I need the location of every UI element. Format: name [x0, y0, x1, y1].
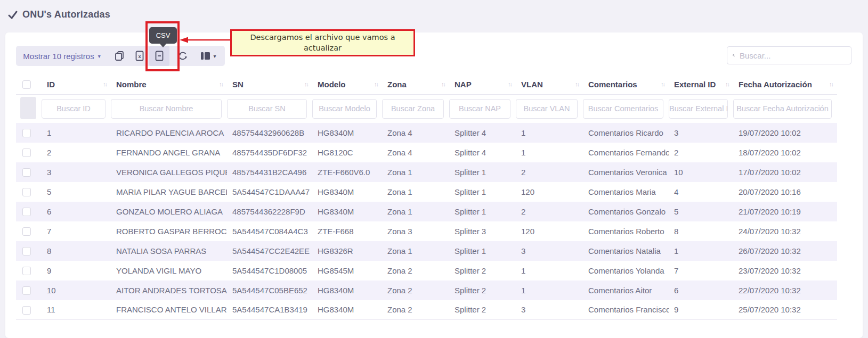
filter-checkbox-cell	[16, 94, 42, 123]
cell-id: 3	[42, 162, 111, 182]
chevron-down-icon: ▾	[213, 53, 216, 59]
column-label: Zona	[387, 80, 407, 89]
column-header-modelo[interactable]: Modelo↑↓	[312, 75, 382, 94]
row-checkbox[interactable]	[22, 188, 31, 196]
filter-input-modelo[interactable]	[312, 99, 377, 119]
row-checkbox[interactable]	[22, 168, 31, 177]
cell-fecha_autorizacion: 21/07/2020 10:19	[733, 202, 837, 221]
search-icon	[733, 51, 735, 60]
cell-zona: Zona 1	[382, 182, 449, 202]
table-row: 7ROBERTO GASPAR BERROCAL5A544547C084A4C3…	[16, 221, 837, 241]
annotation-text: Descargamos el archivo que vamos a actua…	[239, 32, 406, 53]
cell-sn: 485754432960628B	[227, 123, 312, 143]
sort-icon[interactable]: ↑↓	[725, 81, 730, 87]
column-header-sn[interactable]: SN↑↓	[227, 75, 312, 94]
column-header-fecha_autorizacion[interactable]: Fecha Autorización↑↓	[733, 75, 837, 94]
sort-icon[interactable]: ↑↓	[441, 81, 446, 87]
cell-external_id: 2	[669, 143, 733, 162]
row-select-cell	[16, 162, 42, 182]
sort-icon[interactable]: ↑↓	[374, 81, 379, 87]
row-checkbox[interactable]	[22, 286, 31, 295]
cell-vlan: 3	[516, 241, 583, 261]
column-header-zona[interactable]: Zona↑↓	[382, 75, 449, 94]
cell-fecha_autorizacion: 22/07/2020 10:32	[733, 281, 837, 300]
filter-input-fecha_autorizacion[interactable]	[733, 99, 832, 119]
filter-input-zona[interactable]	[382, 99, 444, 119]
copy-button[interactable]	[111, 46, 128, 66]
refresh-icon	[177, 51, 188, 61]
cell-id: 8	[42, 241, 111, 261]
cell-modelo: HG8340M	[312, 281, 382, 300]
cell-fecha_autorizacion: 24/07/2020 10:32	[733, 221, 837, 241]
cell-fecha_autorizacion: 25/07/2020 10:32	[733, 300, 837, 320]
cell-id: 7	[42, 221, 111, 241]
column-header-external_id[interactable]: External ID↑↓	[669, 75, 733, 94]
csv-tooltip: CSV	[149, 27, 177, 44]
column-label: Nombre	[116, 80, 147, 89]
table-header-row: ID↑↓Nombre↑↓SN↑↓Modelo↑↓Zona↑↓NAP↑↓VLAN↑…	[16, 75, 837, 94]
filter-input-sn[interactable]	[227, 99, 307, 119]
row-checkbox[interactable]	[22, 149, 31, 157]
row-checkbox[interactable]	[22, 247, 31, 255]
select-all-checkbox[interactable]	[22, 80, 31, 89]
export-csv-button[interactable]	[149, 46, 169, 66]
cell-modelo: HG8340M	[312, 300, 382, 320]
cell-sn: 485754435DF6DF32	[227, 143, 312, 162]
sort-icon[interactable]: ↑↓	[661, 81, 666, 87]
tooltip-pointer	[159, 43, 167, 47]
sort-icon[interactable]: ↑↓	[575, 81, 580, 87]
cell-external_id: 6	[669, 281, 733, 300]
cell-external_id: 8	[669, 221, 733, 241]
sort-icon[interactable]: ↑↓	[508, 81, 513, 87]
column-header-id[interactable]: ID↑↓	[42, 75, 111, 94]
row-checkbox[interactable]	[22, 227, 31, 236]
sort-icon[interactable]: ↑↓	[829, 81, 834, 87]
cell-nap: Splitter 2	[449, 300, 516, 320]
cell-nombre: MARIA PILAR YAGUE BARCELO	[111, 182, 227, 202]
cell-comentarios: Comentarios Francisco	[583, 300, 669, 320]
cell-nombre: RICARDO PALENCIA AROCA	[111, 123, 227, 143]
cell-vlan: 2	[516, 162, 583, 182]
column-header-vlan[interactable]: VLAN↑↓	[516, 75, 583, 94]
filter-cell-sn	[227, 94, 312, 123]
column-label: ID	[47, 80, 55, 89]
filter-input-external_id[interactable]	[669, 99, 728, 119]
filter-input-nombre[interactable]	[111, 99, 222, 119]
filter-cell-id	[42, 94, 111, 123]
sort-icon[interactable]: ↑↓	[103, 81, 108, 87]
column-header-nap[interactable]: NAP↑↓	[449, 75, 516, 94]
svg-text:x: x	[138, 54, 141, 59]
column-visibility-button[interactable]: ▾	[195, 46, 222, 66]
row-select-cell	[16, 261, 42, 281]
csv-tooltip-text: CSV	[156, 31, 171, 39]
row-checkbox[interactable]	[22, 208, 31, 216]
cell-vlan: 1	[516, 143, 583, 162]
row-checkbox[interactable]	[22, 129, 31, 137]
cell-nombre: GONZALO MOLERO ALIAGA	[111, 202, 227, 221]
cell-nap: Splitter 3	[449, 221, 516, 241]
row-select-cell	[16, 281, 42, 300]
filter-input-comentarios[interactable]	[583, 99, 663, 119]
filter-input-id[interactable]	[42, 99, 106, 119]
column-header-comentarios[interactable]: Comentarios↑↓	[583, 75, 669, 94]
search-input[interactable]	[740, 51, 846, 60]
reload-button[interactable]	[174, 46, 192, 66]
filter-cell-modelo	[312, 94, 382, 123]
csv-file-icon	[155, 51, 164, 61]
data-table-wrap: ID↑↓Nombre↑↓SN↑↓Modelo↑↓Zona↑↓NAP↑↓VLAN↑…	[16, 75, 837, 320]
cell-external_id: 4	[669, 182, 733, 202]
export-excel-button[interactable]: x	[131, 46, 148, 66]
filter-input-vlan[interactable]	[516, 99, 578, 119]
cell-id: 6	[42, 202, 111, 221]
column-header-nombre[interactable]: Nombre↑↓	[111, 75, 227, 94]
cell-id: 9	[42, 261, 111, 281]
page-length-dropdown[interactable]: Mostrar 10 registros ▾	[16, 46, 108, 66]
sort-icon[interactable]: ↑↓	[304, 81, 309, 87]
row-checkbox[interactable]	[22, 267, 31, 275]
cell-sn: 5A544547CC2E42EE	[227, 241, 312, 261]
cell-comentarios: Comentarios Fernando	[583, 143, 669, 162]
sort-icon[interactable]: ↑↓	[219, 81, 224, 87]
row-checkbox[interactable]	[22, 306, 31, 315]
cell-modelo: HG8545M	[312, 261, 382, 281]
filter-input-nap[interactable]	[449, 99, 510, 119]
